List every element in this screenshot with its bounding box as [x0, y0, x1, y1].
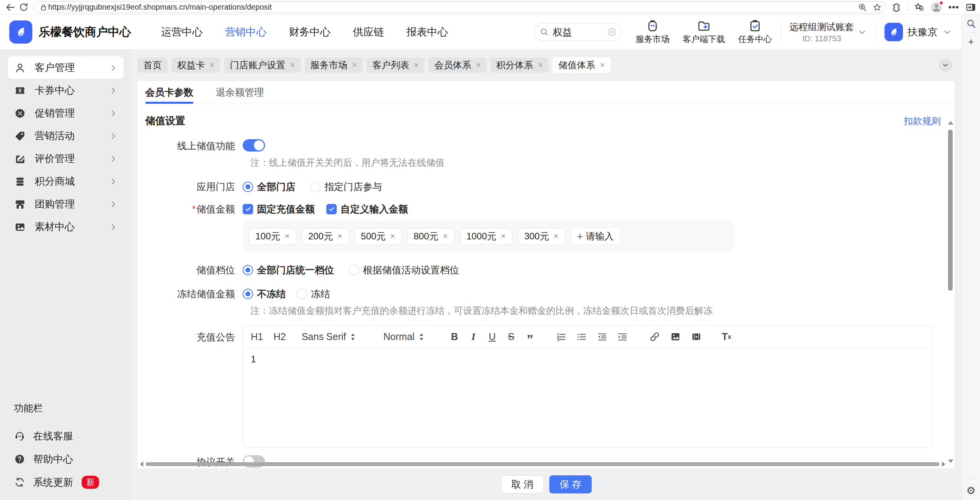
amount-chip[interactable]: 500元×	[354, 228, 402, 245]
scroll-down-arrow[interactable]	[948, 460, 953, 463]
close-icon[interactable]: ×	[600, 60, 605, 70]
close-icon[interactable]: ×	[352, 60, 357, 70]
cancel-button[interactable]: 取 消	[501, 475, 544, 493]
clear-format-button[interactable]: Tx	[722, 331, 731, 342]
horizontal-scrollbar[interactable]	[140, 462, 945, 466]
crumb-rights-card[interactable]: 权益卡×	[171, 57, 220, 73]
paragraph-style-select[interactable]: Normal	[383, 331, 425, 342]
radio-selected-stores[interactable]: 指定门店参与	[310, 180, 382, 193]
clear-search-icon[interactable]	[607, 27, 617, 37]
amount-chip[interactable]: 100元×	[249, 228, 296, 245]
favorites-bar-icon[interactable]	[914, 2, 925, 12]
sidebar-item-material-center[interactable]: 素材中心	[8, 215, 124, 238]
crumb-collapse-button[interactable]	[938, 58, 952, 72]
tab-refund-balance[interactable]: 退余额管理	[216, 81, 264, 104]
zoom-icon[interactable]	[858, 3, 867, 12]
quick-client-download[interactable]: 客户端下载	[683, 19, 725, 45]
nav-search-input[interactable]: 权益	[534, 23, 623, 41]
amount-chip[interactable]: 200元×	[302, 228, 349, 245]
menu-operations[interactable]: 运营中心	[161, 25, 203, 39]
tab-member-card-params[interactable]: 会员卡参数	[145, 81, 193, 104]
outdent-button[interactable]	[597, 332, 607, 342]
remove-chip-icon[interactable]: ×	[443, 231, 448, 241]
close-icon[interactable]: ×	[290, 60, 295, 70]
amount-chip[interactable]: 300元×	[518, 228, 565, 245]
sidebar-item-customer-management[interactable]: 客户管理	[8, 56, 124, 79]
vertical-scrollbar-thumb[interactable]	[948, 130, 953, 291]
font-family-select[interactable]: Sans Serif	[302, 331, 356, 342]
menu-finance[interactable]: 财务中心	[289, 25, 331, 39]
remove-chip-icon[interactable]: ×	[501, 231, 506, 241]
sidebar-item-coupon-center[interactable]: 卡券中心	[8, 79, 124, 102]
strikethrough-button[interactable]: S	[507, 331, 515, 342]
radio-unified-tier[interactable]: 全部门店统一档位	[243, 263, 334, 276]
crumb-points-system[interactable]: 积分体系×	[490, 57, 549, 73]
sidebar-online-support[interactable]: 在线客服	[14, 424, 117, 448]
refresh-icon[interactable]	[17, 1, 30, 14]
radio-no-freeze[interactable]: 不冻结	[243, 287, 286, 300]
scroll-up-arrow[interactable]	[948, 121, 953, 125]
close-icon[interactable]: ×	[538, 60, 543, 70]
menu-reports[interactable]: 报表中心	[406, 25, 448, 39]
crumb-deposit-system[interactable]: 储值体系×	[552, 57, 611, 73]
sidebar-item-promotion-management[interactable]: 促销管理	[8, 102, 124, 125]
blockquote-button[interactable]: ”	[526, 331, 534, 343]
crumb-store-account-settings[interactable]: 门店账户设置×	[224, 57, 301, 73]
online-deposit-toggle[interactable]	[243, 139, 265, 152]
bing-search-icon[interactable]	[966, 19, 977, 29]
crumb-customer-list[interactable]: 客户列表×	[367, 57, 425, 73]
gear-icon[interactable]: ⚙	[966, 485, 975, 497]
crumb-service-market[interactable]: 服务市场×	[305, 57, 363, 73]
scroll-left-arrow[interactable]	[140, 461, 143, 467]
back-icon[interactable]	[4, 1, 17, 14]
notice-editor-body[interactable]: 1	[243, 348, 932, 447]
italic-button[interactable]: I	[469, 332, 478, 342]
close-icon[interactable]: ×	[476, 60, 481, 70]
checkbox-fixed-amount[interactable]: 固定充值金额	[243, 202, 315, 215]
amount-chip[interactable]: 1000元×	[460, 228, 512, 245]
sidebar-item-marketing-activity[interactable]: 营销活动	[8, 125, 124, 147]
sidebar-system-update[interactable]: 系统更新 新	[14, 471, 117, 494]
account-switcher[interactable]: 远程组测试账套 ID: 118753	[789, 21, 867, 43]
menu-supply-chain[interactable]: 供应链	[353, 25, 384, 39]
radio-activity-tier[interactable]: 根据储值活动设置档位	[349, 263, 459, 276]
profile-avatar[interactable]	[931, 2, 942, 13]
user-menu[interactable]: 扶豫京	[884, 23, 952, 41]
radio-freeze[interactable]: 冻结	[297, 287, 330, 300]
vertical-scrollbar[interactable]	[948, 106, 953, 457]
close-icon[interactable]: ×	[414, 60, 419, 70]
deduction-rules-link[interactable]: 扣款规则	[904, 115, 941, 127]
checkbox-custom-amount[interactable]: 自定义输入金额	[326, 202, 408, 215]
close-icon[interactable]: ×	[210, 60, 215, 70]
scroll-right-arrow[interactable]	[942, 461, 945, 467]
extensions-icon[interactable]	[891, 2, 901, 12]
amount-chip[interactable]: 800元×	[407, 228, 455, 245]
sidebar-item-group-buy-management[interactable]: 团购管理	[8, 193, 124, 215]
browser-menu-icon[interactable]: •••	[948, 5, 959, 9]
search-value[interactable]: 权益	[553, 26, 607, 39]
url-text[interactable]: https://yyjjrqgubnexjsi19eof.shopmars.cn…	[48, 3, 858, 12]
indent-button[interactable]	[618, 332, 628, 342]
insert-video-button[interactable]	[691, 332, 701, 342]
rail-add-icon[interactable]: +	[968, 37, 974, 47]
heading1-button[interactable]: H1	[251, 331, 263, 342]
link-button[interactable]	[649, 332, 660, 342]
crumb-member-system[interactable]: 会员体系×	[428, 57, 487, 73]
sidebar-item-review-management[interactable]: 评价管理	[8, 147, 124, 170]
quick-service-market[interactable]: 服务市场	[636, 19, 670, 45]
bullet-list-button[interactable]	[577, 332, 587, 342]
bold-button[interactable]: B	[450, 331, 459, 342]
save-button[interactable]: 保 存	[549, 475, 592, 493]
crumb-home[interactable]: 首页	[138, 57, 168, 73]
quick-task-center[interactable]: 任务中心	[738, 19, 772, 45]
ordered-list-button[interactable]	[556, 332, 566, 342]
menu-marketing[interactable]: 营销中心	[225, 25, 267, 39]
split-screen-icon[interactable]	[965, 2, 976, 13]
bookmark-star-icon[interactable]	[873, 3, 882, 12]
sidebar-help-center[interactable]: 帮助中心	[14, 448, 117, 471]
horizontal-scrollbar-thumb[interactable]	[146, 462, 940, 466]
url-bar[interactable]: https://yyjjrqgubnexjsi19eof.shopmars.cn…	[33, 1, 886, 13]
underline-button[interactable]: U	[488, 331, 497, 342]
heading2-button[interactable]: H2	[274, 331, 286, 342]
remove-chip-icon[interactable]: ×	[337, 231, 342, 241]
